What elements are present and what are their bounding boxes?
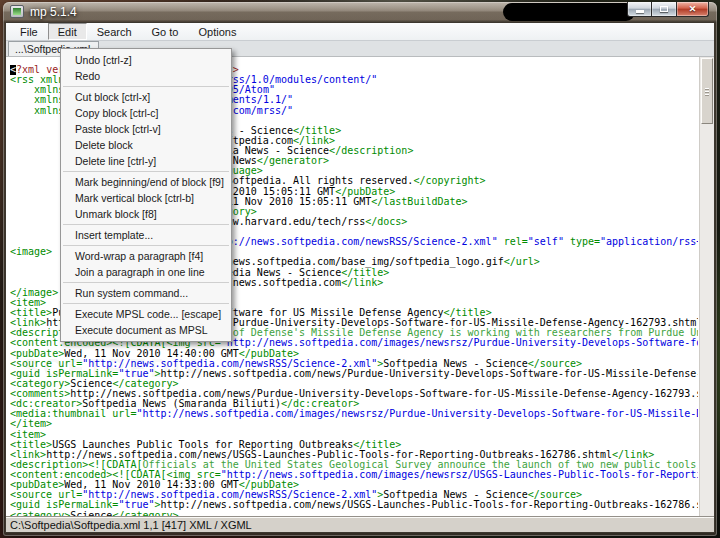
menu-item-delete-line-ctrl-y[interactable]: Delete line [ctrl-y]: [61, 153, 231, 169]
code-line: <media:thumbnail url="http://news.softpe…: [10, 409, 698, 419]
minimize-button[interactable]: [627, 2, 652, 17]
edit-menu: Undo [ctrl-z]RedoCut block [ctrl-x]Copy …: [60, 48, 232, 342]
menu-item-copy-block-ctrl-c[interactable]: Copy block [ctrl-c]: [61, 105, 231, 121]
menu-item-execute-mpsl-code-escape[interactable]: Execute MPSL code... [escape]: [61, 306, 231, 322]
menubar-item-go-to[interactable]: Go to: [142, 23, 189, 40]
app-window: mp 5.1.4 ✕ FileEditSearchGo toOptions ..…: [3, 2, 717, 536]
menu-item-redo[interactable]: Redo: [61, 68, 231, 84]
menu-item-word-wrap-a-paragraph-f4[interactable]: Word-wrap a paragraph [f4]: [61, 248, 231, 264]
menu-item-mark-vertical-block-ctrl-b[interactable]: Mark vertical block [ctrl-b]: [61, 190, 231, 206]
menubar-item-options[interactable]: Options: [188, 23, 246, 40]
menu-separator: [63, 171, 229, 172]
code-line: </item>: [10, 419, 698, 429]
menu-item-cut-block-ctrl-x[interactable]: Cut block [ctrl-x]: [61, 89, 231, 105]
menu-separator: [63, 282, 229, 283]
menubar: FileEditSearchGo toOptions: [6, 23, 714, 41]
title-bar[interactable]: mp 5.1.4 ✕: [3, 2, 717, 22]
menu-item-delete-block[interactable]: Delete block: [61, 137, 231, 153]
scrollbar-thumb[interactable]: [701, 58, 713, 124]
minimize-icon: [636, 10, 644, 13]
redaction-blob: [503, 3, 635, 21]
menu-item-insert-template[interactable]: Insert template...: [61, 227, 231, 243]
app-icon: [10, 5, 24, 18]
close-button[interactable]: ✕: [677, 2, 709, 17]
menu-separator: [63, 303, 229, 304]
menu-item-run-system-command[interactable]: Run system command...: [61, 285, 231, 301]
scrollbar-grip-icon: [705, 88, 709, 96]
vertical-scrollbar[interactable]: [699, 57, 714, 516]
menu-item-execute-document-as-mpsl[interactable]: Execute document as MPSL: [61, 322, 231, 338]
menu-item-paste-block-ctrl-v[interactable]: Paste block [ctrl-v]: [61, 121, 231, 137]
menu-separator: [63, 224, 229, 225]
menu-separator: [63, 86, 229, 87]
menu-item-undo-ctrl-z[interactable]: Undo [ctrl-z]: [61, 52, 231, 68]
code-line: <category>Science</category>: [10, 511, 698, 517]
status-text: C:\Softpedia\Softpedia.xml 1,1 [417] XML…: [10, 519, 252, 531]
maximize-icon: [660, 6, 668, 12]
window-controls: ✕: [627, 2, 709, 17]
menu-item-mark-beginning-end-of-block-f9[interactable]: Mark beginning/end of block [f9]: [61, 174, 231, 190]
menu-item-unmark-block-f8[interactable]: Unmark block [f8]: [61, 206, 231, 222]
menubar-item-search[interactable]: Search: [87, 23, 142, 40]
menu-separator: [63, 245, 229, 246]
close-icon: ✕: [689, 4, 697, 14]
maximize-button[interactable]: [652, 2, 677, 17]
window-title: mp 5.1.4: [30, 5, 77, 19]
menubar-item-edit[interactable]: Edit: [48, 23, 87, 40]
menu-item-join-a-paragraph-in-one-line[interactable]: Join a paragraph in one line: [61, 264, 231, 280]
menubar-item-file[interactable]: File: [10, 23, 48, 40]
status-bar: C:\Softpedia\Softpedia.xml 1,1 [417] XML…: [6, 516, 714, 532]
